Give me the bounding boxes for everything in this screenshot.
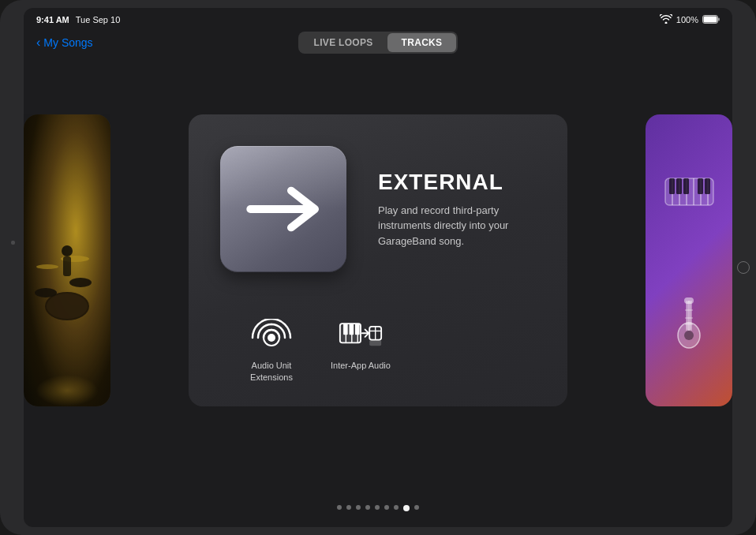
audio-unit-extensions-item[interactable]: Audio Unit Extensions [236, 319, 307, 383]
piano-icon [664, 172, 715, 211]
home-button[interactable] [737, 261, 750, 274]
svg-point-8 [69, 278, 92, 287]
card-title: EXTERNAL [378, 170, 536, 195]
svg-rect-36 [676, 178, 682, 194]
svg-point-4 [36, 264, 58, 269]
svg-rect-10 [63, 256, 71, 276]
card-external-top: EXTERNAL Play and record third-party ins… [189, 114, 567, 288]
svg-rect-1 [704, 17, 717, 23]
segment-live-loops[interactable]: LIVE LOOPS [300, 33, 387, 52]
svg-point-7 [35, 288, 57, 297]
dot-5[interactable] [375, 505, 380, 510]
svg-point-6 [47, 294, 88, 319]
card-drums-inner [24, 114, 110, 406]
battery-text: 100% [676, 15, 698, 24]
dot-2[interactable] [346, 505, 351, 510]
status-time: 9:41 AM [36, 15, 69, 24]
svg-point-9 [62, 245, 73, 256]
dot-9[interactable] [414, 505, 419, 510]
arrow-svg [244, 181, 323, 237]
card-external-bottom: Audio Unit Extensions [189, 303, 567, 406]
wifi-icon [660, 14, 672, 26]
svg-rect-21 [349, 324, 354, 335]
external-arrow-icon [220, 146, 346, 272]
screen: 9:41 AM Tue Sep 10 100% [24, 8, 732, 527]
page-dots [24, 505, 732, 511]
svg-rect-22 [355, 324, 360, 335]
back-button[interactable]: ‹ My Songs [36, 36, 93, 50]
card-drums[interactable] [24, 114, 110, 406]
svg-rect-20 [343, 324, 348, 335]
svg-rect-39 [705, 178, 710, 194]
content-area: EXTERNAL Play and record third-party ins… [24, 60, 732, 500]
mute-button [11, 241, 15, 245]
guitar-icon [673, 294, 705, 350]
svg-rect-27 [369, 340, 381, 346]
card-external[interactable]: EXTERNAL Play and record third-party ins… [189, 114, 567, 406]
battery-icon [702, 13, 720, 27]
status-right: 100% [660, 13, 720, 27]
segment-tracks[interactable]: TRACKS [387, 33, 457, 52]
ipad-frame: 9:41 AM Tue Sep 10 100% [0, 0, 756, 535]
svg-point-41 [684, 331, 694, 340]
back-label: My Songs [43, 36, 92, 49]
inter-app-audio-icon [339, 319, 383, 354]
svg-rect-2 [718, 18, 720, 21]
dot-6[interactable] [384, 505, 389, 510]
dot-7[interactable] [394, 505, 399, 510]
svg-rect-35 [669, 178, 675, 194]
iaa-icon-svg [339, 318, 383, 354]
card-keyboard-guitar[interactable] [646, 114, 732, 406]
cards-container: EXTERNAL Play and record third-party ins… [24, 68, 732, 453]
back-chevron-icon: ‹ [36, 36, 40, 50]
drum-silhouette [32, 239, 103, 334]
dot-1[interactable] [337, 505, 342, 510]
svg-point-13 [268, 335, 275, 341]
dot-4[interactable] [365, 505, 370, 510]
dot-3[interactable] [356, 505, 361, 510]
status-bar: 9:41 AM Tue Sep 10 100% [24, 8, 732, 28]
segment-control: LIVE LOOPS TRACKS [298, 32, 458, 54]
iaa-label: Inter-App Audio [331, 360, 391, 371]
inter-app-audio-item[interactable]: Inter-App Audio [331, 319, 391, 371]
audio-unit-icon [249, 319, 294, 354]
card-text-block: EXTERNAL Play and record third-party ins… [378, 170, 536, 249]
svg-rect-38 [698, 178, 703, 194]
card-description: Play and record third-party instruments … [378, 203, 536, 249]
status-date: Tue Sep 10 [76, 15, 120, 24]
nav-bar: ‹ My Songs LIVE LOOPS TRACKS [24, 28, 732, 60]
au-extensions-icon-svg [249, 319, 294, 354]
au-extensions-label: Audio Unit Extensions [236, 360, 307, 383]
svg-rect-37 [683, 178, 689, 194]
dot-8-active[interactable] [403, 505, 410, 511]
